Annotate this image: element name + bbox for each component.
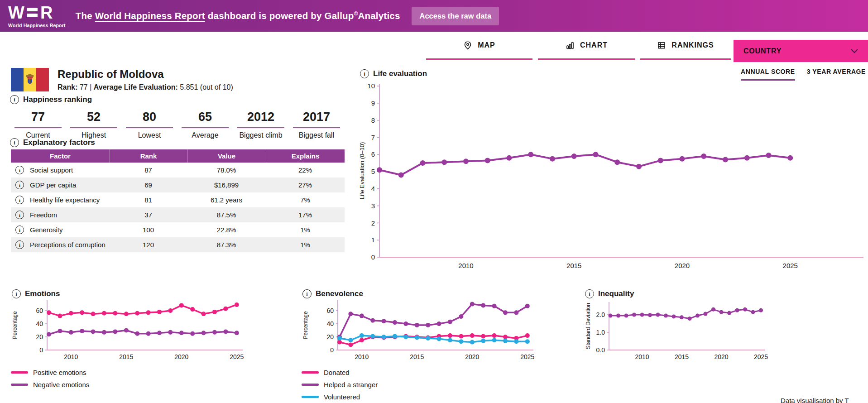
copyright-symbol: © <box>354 10 358 17</box>
stat-label: Biggest climb <box>234 131 288 139</box>
factor-value: 78.0% <box>187 166 266 174</box>
svg-text:Standard Deviation: Standard Deviation <box>585 303 591 349</box>
stat-value: 80 <box>122 110 177 124</box>
svg-text:40: 40 <box>36 320 43 327</box>
svg-text:8: 8 <box>371 116 375 124</box>
factor-explains: 7% <box>266 196 345 204</box>
top-header-bar: W R World Happiness Report The World Hap… <box>0 0 868 32</box>
svg-text:2025: 2025 <box>783 262 798 269</box>
positive-emotions-swatch <box>11 371 28 374</box>
header-tagline: The World Happiness Report dashboard is … <box>76 10 400 21</box>
factor-name: Freedom <box>30 211 57 219</box>
svg-text:5: 5 <box>371 168 375 175</box>
data-visualisation-credit: Data visualisation by T <box>781 397 849 403</box>
svg-text:2: 2 <box>371 219 375 227</box>
tab-3-year-average[interactable]: 3 YEAR AVERAGE <box>807 68 866 81</box>
column-header-explains: Explains <box>266 149 345 163</box>
emotions-legend: Positive emotions Negative emotions <box>11 368 89 389</box>
tab-rankings-label: RANKINGS <box>671 41 714 49</box>
table-row: iGDP per capita 69 $16,899 27% <box>11 178 345 192</box>
legend-item: Volunteered <box>302 392 378 401</box>
access-raw-data-button[interactable]: Access the raw data <box>412 7 499 25</box>
inequality-chart[interactable]: 0.01.02.02010201520202025Standard Deviat… <box>584 297 779 365</box>
svg-text:4: 4 <box>371 185 375 192</box>
emotions-chart[interactable]: 02040602010201520202025Percentage <box>11 297 283 365</box>
info-icon[interactable]: i <box>10 95 19 104</box>
column-header-factor: Factor <box>11 149 110 163</box>
tab-rankings[interactable]: RANKINGS <box>640 32 731 60</box>
table-row: iSocial support 87 78.0% 22% <box>11 163 345 178</box>
column-header-rank: Rank <box>110 149 187 163</box>
stat-underline <box>126 127 173 128</box>
rank-label: Rank: <box>58 83 77 91</box>
info-icon[interactable]: i <box>360 69 369 78</box>
info-icon[interactable]: i <box>15 240 24 249</box>
stat-biggest-fall: 2017 Biggest fall <box>289 110 344 139</box>
ranking-stats: 77 Current 52 Highest 80 Lowest 65 Avera… <box>11 110 344 139</box>
table-header-row: Factor Rank Value Explains <box>11 149 345 163</box>
svg-text:2010: 2010 <box>458 262 473 269</box>
svg-text:20: 20 <box>326 333 334 341</box>
country-name: Republic of Moldova <box>58 68 164 81</box>
avg-life-eval-value: 5.851 <box>180 83 198 91</box>
life-evaluation-title: Life evaluation <box>373 69 427 78</box>
chevron-down-icon <box>851 49 858 53</box>
stat-current: 77 Current <box>11 110 65 139</box>
legend-item: Donated <box>302 368 378 377</box>
info-icon[interactable]: i <box>15 196 24 204</box>
dashboard-page: W R World Happiness Report The World Hap… <box>0 0 868 403</box>
tab-chart[interactable]: CHART <box>538 32 635 60</box>
stat-value: 2017 <box>289 110 344 124</box>
factor-value: 87.5% <box>187 211 266 219</box>
logo-letter-r: R <box>40 4 52 21</box>
logo-caption: World Happiness Report <box>8 23 66 28</box>
avg-life-eval-suffix: (out of 10) <box>200 83 233 91</box>
svg-text:3: 3 <box>371 202 375 210</box>
stat-underline <box>182 127 229 128</box>
helped-a-stranger-swatch <box>302 384 319 386</box>
life-evaluation-chart[interactable]: 0123456789102010201520202025Life Evaluat… <box>358 82 868 276</box>
factor-value: 87.3% <box>187 241 266 249</box>
stat-label: Biggest fall <box>289 131 344 139</box>
tab-map-label: MAP <box>478 41 495 49</box>
rankings-table-icon <box>657 41 666 50</box>
stat-label: Lowest <box>122 131 177 139</box>
svg-text:2025: 2025 <box>230 353 244 360</box>
factor-name: Healthy life expectancy <box>30 196 100 204</box>
country-rank-line: Rank: 77 | Average Life Evaluation: 5.85… <box>58 83 233 91</box>
svg-text:Percentage: Percentage <box>12 311 18 339</box>
stat-average: 65 Average <box>178 110 232 139</box>
svg-text:2015: 2015 <box>675 353 689 360</box>
tab-map[interactable]: MAP <box>426 32 532 60</box>
factor-rank: 69 <box>110 181 187 189</box>
tagline-prefix: The <box>76 10 92 21</box>
svg-text:0: 0 <box>371 253 375 261</box>
factor-value: 61.2 years <box>187 196 266 204</box>
logo-h-bars-icon <box>27 8 38 17</box>
info-icon[interactable]: i <box>15 166 24 174</box>
svg-text:60: 60 <box>326 307 334 314</box>
factor-rank: 37 <box>110 211 187 219</box>
logo-letter-w: W <box>8 4 24 21</box>
benevolence-chart[interactable]: 02040602010201520202025Percentage <box>302 297 573 365</box>
info-icon[interactable]: i <box>15 181 24 189</box>
stat-value: 2012 <box>234 110 288 124</box>
stat-underline <box>70 127 117 128</box>
info-icon[interactable]: i <box>15 225 24 234</box>
factor-explains: 1% <box>266 226 345 234</box>
rank-value: 77 <box>80 83 88 91</box>
life-evaluation-heading: i Life evaluation <box>360 69 427 78</box>
legend-item: Positive emotions <box>11 368 89 377</box>
info-icon[interactable]: i <box>10 138 19 147</box>
whr-link[interactable]: World Happiness Report <box>95 10 205 21</box>
tagline-mid: dashboard is powered by Gallup <box>208 10 354 21</box>
factor-explains: 1% <box>266 241 345 249</box>
tab-annual-score[interactable]: ANNUAL SCORE <box>741 68 795 81</box>
info-icon[interactable]: i <box>15 211 24 219</box>
whr-logo[interactable]: W R World Happiness Report <box>8 4 66 28</box>
stat-underline <box>293 127 340 128</box>
legend-label: Donated <box>324 369 350 376</box>
svg-text:2015: 2015 <box>119 353 133 360</box>
country-dropdown[interactable]: COUNTRY <box>734 40 868 62</box>
svg-text:1.0: 1.0 <box>596 329 605 336</box>
